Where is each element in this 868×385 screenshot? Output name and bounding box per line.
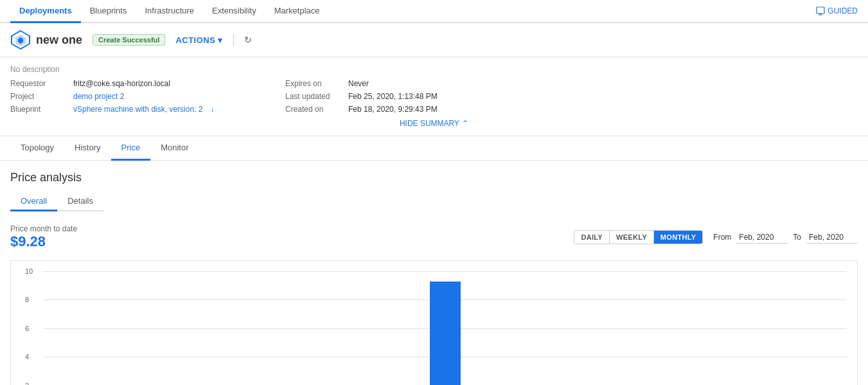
page-title: Price analysis [10, 171, 858, 184]
svg-rect-0 [817, 7, 824, 13]
guided-label: GUIDED [828, 6, 858, 15]
logo-icon [10, 30, 31, 50]
hide-summary-label: HIDE SUMMARY [400, 119, 459, 128]
tabs-bar: Topology History Price Monitor [0, 136, 868, 161]
gridlabel-8: 8 [25, 296, 29, 303]
requestor-value: fritz@coke.sqa-horizon.local [73, 79, 170, 88]
date-range: From Feb, 2020 To Feb, 2020 [713, 231, 858, 244]
tab-topology[interactable]: Topology [10, 136, 64, 161]
guided-icon [816, 6, 825, 15]
logo-text: new one [36, 33, 82, 47]
period-buttons: DAILY WEEKLY MONTHLY [574, 230, 703, 244]
create-badge: Create Successful [93, 34, 165, 46]
blueprint-label: Blueprint [10, 105, 68, 114]
requestor-row: Requestor fritz@coke.sqa-horizon.local [10, 79, 254, 88]
period-monthly[interactable]: MONTHLY [654, 231, 702, 244]
price-value: $9.28 [10, 233, 77, 250]
chart-inner: 10 8 6 4 2 0 [43, 271, 847, 385]
content-area: Price analysis Overall Details Price mon… [0, 161, 868, 385]
period-weekly[interactable]: WEEKLY [610, 231, 654, 244]
from-input[interactable]: Feb, 2020 [736, 231, 788, 244]
price-month-block: Price month to date $9.28 [10, 224, 77, 250]
price-controls: Price month to date $9.28 DAILY WEEKLY M… [10, 224, 858, 250]
actions-label: ACTIONS [175, 35, 215, 45]
top-navigation: Deployments Blueprints Infrastructure Ex… [0, 0, 868, 23]
nav-extensibility[interactable]: Extensibility [203, 0, 265, 23]
hide-summary-button[interactable]: HIDE SUMMARY ⌃ [10, 119, 858, 128]
expires-value: Never [348, 79, 369, 88]
actions-arrow-icon: ▾ [218, 35, 223, 45]
tab-monitor[interactable]: Monitor [150, 136, 199, 161]
to-input[interactable]: Feb, 2020 [806, 231, 858, 244]
period-daily[interactable]: DAILY [574, 231, 610, 244]
tab-price[interactable]: Price [111, 136, 151, 161]
tab-history[interactable]: History [64, 136, 111, 161]
gridline-10 [43, 271, 847, 272]
sub-tab-overall[interactable]: Overall [10, 192, 57, 211]
nav-marketplace[interactable]: Marketplace [265, 0, 329, 23]
summary-right: Expires on Never Last updated Feb 25, 20… [285, 79, 438, 114]
requestor-label: Requestor [10, 79, 68, 88]
blueprint-row: Blueprint vSphere machine with disk, ver… [10, 105, 254, 114]
download-icon[interactable]: ↓ [210, 105, 214, 114]
header-bar: new one Create Successful ACTIONS ▾ ↻ [0, 23, 868, 57]
summary-left: Requestor fritz@coke.sqa-horizon.local P… [10, 79, 254, 114]
bar-feb2020-actual [430, 282, 461, 385]
gridlabel-2: 2 [25, 382, 29, 385]
blueprint-value[interactable]: vSphere machine with disk, version: 2 [73, 105, 202, 114]
project-label: Project [10, 92, 68, 101]
gridlabel-10: 10 [25, 267, 33, 275]
project-row: Project demo project 2 [10, 92, 254, 101]
no-description: No description [10, 65, 858, 74]
nav-infrastructure[interactable]: Infrastructure [136, 0, 203, 23]
actions-button[interactable]: ACTIONS ▾ [175, 35, 223, 45]
last-updated-row: Last updated Feb 25, 2020, 1:13:48 PM [285, 92, 438, 101]
expires-label: Expires on [285, 79, 343, 88]
grid-lines: 10 8 6 4 2 0 [43, 271, 847, 385]
summary-section: No description Requestor fritz@coke.sqa-… [0, 57, 868, 136]
to-label: To [793, 233, 801, 242]
chevron-up-icon: ⌃ [462, 119, 468, 128]
project-value[interactable]: demo project 2 [73, 92, 124, 101]
gridlabel-6: 6 [25, 325, 29, 332]
sub-tab-details[interactable]: Details [57, 192, 103, 211]
last-updated-label: Last updated [285, 92, 343, 101]
created-value: Feb 18, 2020, 9:29:43 PM [348, 105, 438, 114]
created-label: Created on [285, 105, 343, 114]
last-updated-value: Feb 25, 2020, 1:13:48 PM [348, 92, 438, 101]
created-row: Created on Feb 18, 2020, 9:29:43 PM [285, 105, 438, 114]
from-label: From [713, 233, 731, 242]
nav-deployments[interactable]: Deployments [10, 0, 81, 23]
price-month-label: Price month to date [10, 224, 77, 233]
refresh-button[interactable]: ↻ [244, 35, 252, 45]
gridlabel-4: 4 [25, 353, 29, 361]
logo: new one [10, 30, 82, 50]
guided-button[interactable]: GUIDED [816, 6, 858, 15]
nav-blueprints[interactable]: Blueprints [81, 0, 136, 23]
sub-tabs: Overall Details [10, 192, 103, 211]
expires-row: Expires on Never [285, 79, 438, 88]
header-divider [233, 33, 234, 46]
chart-container: Price ($) 10 8 6 4 2 0 [10, 260, 858, 385]
